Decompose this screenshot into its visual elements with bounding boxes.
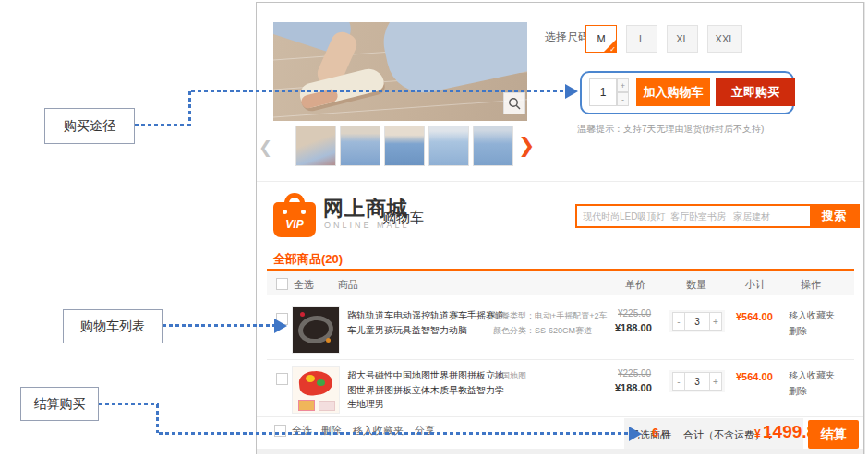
size-option-m[interactable]: M ✓ <box>585 25 617 53</box>
main-panel: ❮ ❯ 选择尺码： M ✓ L XL XXL 1 + - <box>256 2 864 454</box>
cart-item-image-china-map <box>292 366 340 414</box>
footer-delete[interactable]: 删除 <box>321 424 342 438</box>
item-title[interactable]: 路轨轨道车电动遥控轨道赛车手摇赛道车儿童男孩玩具益智智力动脑 <box>347 308 504 337</box>
select-all-checkbox[interactable] <box>276 278 288 290</box>
annotation-cart-list: 购物车列表 <box>63 309 163 343</box>
return-policy-tip: 温馨提示：支持7天无理由退货(拆封后不支持) <box>577 123 764 136</box>
footer-divider <box>257 416 863 417</box>
delete-link[interactable]: 删除 <box>789 385 807 398</box>
search-bar: 搜索 <box>575 204 860 228</box>
increase-button[interactable]: + <box>709 372 722 391</box>
check-icon: ✓ <box>609 45 616 53</box>
thumbnail[interactable] <box>428 126 469 166</box>
item-quantity-stepper: - 3 + <box>669 310 725 332</box>
quantity-value[interactable]: 3 <box>685 372 709 391</box>
track-dot <box>326 338 331 343</box>
item-quantity-stepper: - 3 + <box>669 370 725 392</box>
move-to-favorites-link[interactable]: 移入收藏夹 <box>789 369 835 382</box>
col-product: 商品 <box>338 278 358 292</box>
thumbnail[interactable] <box>473 126 513 166</box>
item-subtotal: ¥564.00 <box>736 311 773 322</box>
delete-link[interactable]: 删除 <box>789 325 807 338</box>
item-original-price: ¥225.00 <box>618 308 651 319</box>
map-inset <box>319 401 335 411</box>
annotation-connector <box>99 403 159 405</box>
size-option-l[interactable]: L <box>626 25 657 53</box>
zoom-icon[interactable] <box>503 92 525 114</box>
jeans-shape <box>377 22 527 100</box>
decrease-button[interactable]: - <box>672 312 685 331</box>
item-price: ¥188.00 <box>615 382 652 393</box>
footer-move-to-favorites[interactable]: 移入收藏夹 <box>353 424 404 438</box>
map-inset <box>298 400 315 411</box>
total-currency: ¥ <box>754 427 761 440</box>
thumbnail[interactable] <box>340 126 380 166</box>
track-dot <box>300 312 305 317</box>
annotation-connector <box>156 404 159 433</box>
footer-select-all-checkbox[interactable] <box>274 425 286 437</box>
item-checkbox[interactable] <box>276 373 288 385</box>
item-spec: 套餐类型：电动+手摇配置+2车 <box>493 309 608 323</box>
annotation-purchase-path-label: 购买途径 <box>64 118 115 135</box>
checkout-button[interactable]: 结算 <box>808 420 859 449</box>
screenshot-root: 购买途径 购物车列表 结算购买 ❮ <box>0 0 868 457</box>
selected-items-count: 6 <box>652 426 658 439</box>
logo-badge: VIP <box>273 218 316 231</box>
annotation-connector <box>191 90 565 92</box>
item-spec: 颜色分类：SS-620CM赛道 <box>493 324 592 338</box>
footer-select-all[interactable]: 全选 <box>292 424 312 438</box>
arrow-icon <box>274 319 287 333</box>
map-patch <box>317 379 325 386</box>
footer-share[interactable]: 分享 <box>415 424 435 438</box>
increase-button[interactable]: + <box>709 312 722 331</box>
page-title: 购物车 <box>382 210 424 227</box>
move-to-favorites-link[interactable]: 移入收藏夹 <box>789 309 835 322</box>
bag-body: VIP <box>273 202 316 237</box>
quantity-input[interactable]: 1 <box>589 78 617 106</box>
thumbnail[interactable] <box>384 126 425 166</box>
bag-dot <box>301 210 306 214</box>
section-divider <box>257 181 863 182</box>
search-input[interactable] <box>577 206 810 226</box>
size-option-label: XL <box>676 33 688 44</box>
table-row: 超大号磁性中国地图世界拼图拼板立地图世界拼图拼板立体木质早教益智力学生地理男 中… <box>257 362 863 417</box>
annotation-connector <box>135 124 190 126</box>
product-photo <box>273 22 527 121</box>
annotation-purchase-path: 购买途径 <box>44 108 135 144</box>
annotation-checkout: 结算购买 <box>20 387 99 421</box>
annotation-checkout-label: 结算购买 <box>34 396 86 413</box>
add-to-cart-button[interactable]: 加入购物车 <box>636 78 710 106</box>
decrease-button[interactable]: - <box>672 372 685 391</box>
arrow-icon <box>629 427 642 441</box>
size-option-label: L <box>639 33 645 44</box>
item-price: ¥188.00 <box>615 322 652 333</box>
size-option-xl[interactable]: XL <box>667 25 698 53</box>
thumbnail[interactable] <box>295 126 336 166</box>
item-title[interactable]: 超大号磁性中国地图世界拼图拼板立地图世界拼图拼板立体木质早教益智力学生地理男 <box>347 368 504 412</box>
quantity-value[interactable]: 3 <box>685 312 709 331</box>
col-action: 操作 <box>801 278 821 292</box>
col-price: 单价 <box>625 278 645 292</box>
search-button[interactable]: 搜索 <box>810 206 858 226</box>
thumbnail-strip <box>273 126 532 168</box>
cart-item-image-track-toy <box>292 306 340 354</box>
mall-logo-icon: VIP <box>273 193 316 237</box>
quantity-value: 1 <box>600 86 607 99</box>
buy-now-button[interactable]: 立即购买 <box>716 78 795 106</box>
size-option-label: XXL <box>716 33 735 44</box>
carousel-next-icon[interactable]: ❯ <box>518 126 535 166</box>
selected-items-suffix: 件 <box>661 428 671 442</box>
col-subtotal: 小计 <box>745 278 766 292</box>
quantity-increase-button[interactable]: + <box>617 78 629 92</box>
bottom-strip <box>257 449 863 454</box>
quantity-decrease-button[interactable]: - <box>617 92 629 106</box>
annotation-cart-list-label: 购物车列表 <box>80 319 145 335</box>
item-original-price: ¥225.00 <box>618 368 651 379</box>
arrow-icon <box>565 84 578 99</box>
table-row: 路轨轨道车电动遥控轨道赛车手摇赛道车儿童男孩玩具益智智力动脑 套餐类型：电动+手… <box>257 300 863 359</box>
tab-all-items[interactable]: 全部商品(20) <box>273 251 343 268</box>
item-subtotal: ¥564.00 <box>736 371 773 382</box>
bag-dot <box>283 210 287 214</box>
size-option-xxl[interactable]: XXL <box>707 25 742 53</box>
carousel-prev-icon[interactable]: ❮ <box>259 127 272 168</box>
